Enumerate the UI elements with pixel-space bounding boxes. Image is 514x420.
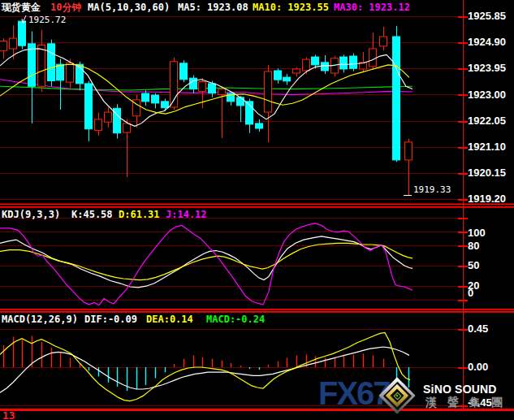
ma-set-label: MA(5,10,30,60) <box>88 2 170 14</box>
candle-body-up <box>199 82 206 92</box>
candle-body-down <box>256 123 263 128</box>
candle-body-up <box>380 37 387 46</box>
candle-body-down <box>312 57 319 65</box>
axis-label-price: 1919.20 <box>468 193 513 205</box>
candle-body-up <box>105 112 112 122</box>
candle-body-up <box>38 45 45 87</box>
ma5-value: MA5: 1923.08 <box>178 2 248 14</box>
axis-label-price: 1923.95 <box>468 63 513 74</box>
candle-body-up <box>0 41 7 50</box>
symbol-name: 现货黄金 <box>2 2 41 14</box>
kdj-d-value: D:61.31 <box>119 210 160 220</box>
panel-separator <box>0 311 514 313</box>
candle-body-up <box>265 71 272 112</box>
candle-body-down <box>190 78 197 89</box>
high-price-annotation: 1925.72 <box>28 15 66 24</box>
brand-name-en: SiNO SOUND <box>423 383 497 396</box>
kdj-j-value: J:14.12 <box>166 210 207 220</box>
candle-body-down <box>19 21 26 45</box>
axis-label-price: 1922.05 <box>468 115 513 127</box>
candle-body-down <box>152 95 159 103</box>
candle-body-up <box>218 89 226 95</box>
bottom-left-clipped-text: 13 <box>2 410 15 420</box>
candle-body-down <box>180 63 188 80</box>
sino-sound-logo-icon <box>378 377 416 414</box>
candle-body-down <box>162 102 169 108</box>
axis-label-price: 1920.15 <box>468 167 513 179</box>
candle-body-up <box>67 63 74 83</box>
candle-body-down <box>142 93 149 102</box>
candle-body-up <box>405 142 412 160</box>
axis-label-price: 1925.85 <box>468 11 513 22</box>
axis-label-price: 1921.10 <box>468 141 513 153</box>
candle-body-up <box>10 38 17 49</box>
axis-label-price: 1924.90 <box>468 37 513 48</box>
axis-label-macd: 0.00 <box>468 362 513 373</box>
axis-label-kdj: 80 <box>468 240 513 252</box>
candle-body-down <box>28 44 36 86</box>
kdj-title: KDJ(9,3,3) <box>2 210 60 220</box>
macd-title: MACD(12,26,9) <box>2 314 78 325</box>
candle-body-up <box>95 119 102 131</box>
candle-body-down <box>85 84 93 129</box>
candle-body-down <box>350 56 357 68</box>
axis-label-kdj: 0 <box>468 288 513 299</box>
panel-separator <box>0 309 514 310</box>
macd-dif-value: DIF:-0.09 <box>84 314 137 325</box>
low-price-annotation: 1919.33 <box>413 185 451 194</box>
candle-body-down <box>57 64 64 80</box>
ma30-value: MA30: 1923.12 <box>334 2 410 14</box>
candle-body-down <box>274 71 282 80</box>
macd-dea-value: DEA:0.14 <box>146 314 193 325</box>
axis-label-price: 1923.00 <box>468 89 513 101</box>
panel-separator <box>0 206 514 208</box>
ma10-value: MA10: 1923.55 <box>253 2 329 14</box>
axis-label-kdj: 50 <box>468 260 513 271</box>
candle-body-up <box>123 123 131 132</box>
candle-body-down <box>237 97 244 106</box>
candle-body-down <box>209 84 216 93</box>
candle-body-down <box>283 77 291 81</box>
candle-body-up <box>293 69 300 73</box>
panel-separator <box>0 204 514 206</box>
axis-label-kdj: 100 <box>468 227 513 239</box>
kdj-k-value: K:45.58 <box>71 210 113 220</box>
candle-body-down <box>48 44 55 81</box>
candle-body-up <box>303 59 310 71</box>
candle-body-down <box>393 37 400 160</box>
macd-macd-value: MACD:-0.24 <box>206 314 265 325</box>
kdj-line-j <box>0 223 412 305</box>
candle-body-up <box>369 49 377 67</box>
kdj-line-d <box>0 243 412 279</box>
period-label[interactable]: 10分钟 <box>50 2 81 14</box>
candle-body-down <box>340 57 348 69</box>
brand-name-cn: 漢聲集團 <box>425 396 513 410</box>
axis-label-macd: 0.45 <box>468 323 513 335</box>
candle-body-down <box>322 63 329 71</box>
trading-chart-window: 现货黄金 10分钟 MA(5,10,30,60) MA5: 1923.08 MA… <box>0 0 514 420</box>
